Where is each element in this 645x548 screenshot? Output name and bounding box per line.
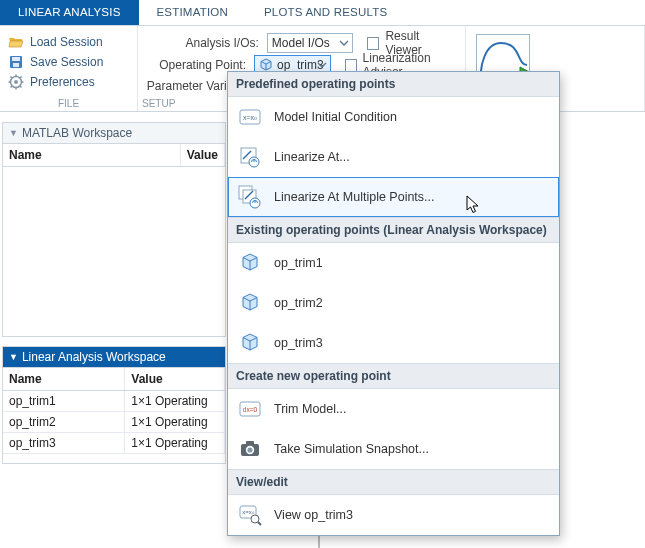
svg-text:x=x₀: x=x₀ [243, 114, 257, 121]
analysis-ios-label: Analysis I/Os: [146, 36, 263, 50]
menu-item-label: View op_trim3 [274, 508, 353, 522]
view-icon: x=x₀ [238, 503, 262, 527]
checkbox-icon [367, 37, 380, 50]
table-row[interactable]: op_trim11×1 Operating [3, 391, 225, 412]
mouse-cursor-icon [466, 195, 482, 215]
trim-model-icon: dx=0 [238, 397, 262, 421]
col-value[interactable]: Value [125, 368, 225, 391]
menu-linearize-at-multiple[interactable]: Linearize At Multiple Points... [228, 177, 559, 217]
menu-item-label: Model Initial Condition [274, 110, 397, 124]
load-session-label: Load Session [30, 35, 103, 49]
menu-linearize-at[interactable]: Linearize At... [228, 137, 559, 177]
menu-trim-model[interactable]: dx=0 Trim Model... [228, 389, 559, 429]
svg-point-30 [251, 515, 259, 523]
svg-line-10 [20, 86, 22, 88]
gear-icon [8, 74, 24, 90]
svg-line-9 [11, 77, 13, 79]
svg-line-11 [11, 86, 13, 88]
cube-icon [238, 291, 262, 315]
svg-rect-1 [12, 57, 20, 61]
save-icon [8, 54, 24, 70]
menu-item-label: op_trim3 [274, 336, 323, 350]
menu-item-label: Trim Model... [274, 402, 346, 416]
tab-linear-analysis[interactable]: LINEAR ANALYSIS [0, 0, 139, 25]
cube-icon [238, 251, 262, 275]
initial-condition-icon: x=x₀ [238, 105, 262, 129]
menu-item-label: op_trim1 [274, 256, 323, 270]
svg-line-12 [20, 77, 22, 79]
linearize-multiple-icon [238, 185, 262, 209]
linear-analysis-workspace-panel: ▼ Linear Analysis Workspace Name Value o… [2, 346, 226, 464]
svg-line-31 [258, 522, 261, 525]
camera-icon [238, 437, 262, 461]
collapse-icon: ▼ [9, 128, 18, 138]
chevron-down-icon [317, 59, 327, 71]
col-value[interactable]: Value [180, 144, 224, 167]
tab-plots-results[interactable]: PLOTS AND RESULTS [246, 0, 405, 25]
save-session-button[interactable]: Save Session [8, 52, 129, 72]
cube-icon [238, 331, 262, 355]
matlab-workspace-header[interactable]: ▼ MATLAB Workspace [3, 123, 225, 144]
menu-item-label: op_trim2 [274, 296, 323, 310]
folder-open-icon [8, 34, 24, 50]
save-session-label: Save Session [30, 55, 103, 69]
menu-op-trim2[interactable]: op_trim2 [228, 283, 559, 323]
analysis-ios-dropdown[interactable]: Model I/Os [267, 33, 353, 53]
section-existing: Existing operating points (Linear Analys… [228, 217, 559, 243]
section-create: Create new operating point [228, 363, 559, 389]
menu-op-trim1[interactable]: op_trim1 [228, 243, 559, 283]
col-name[interactable]: Name [3, 144, 180, 167]
toolstrip-tabs: LINEAR ANALYSIS ESTIMATION PLOTS AND RES… [0, 0, 645, 26]
matlab-workspace-table: Name Value [3, 144, 225, 167]
table-row[interactable]: op_trim31×1 Operating [3, 433, 225, 454]
matlab-workspace-title: MATLAB Workspace [22, 126, 132, 140]
menu-item-label: Linearize At Multiple Points... [274, 190, 435, 204]
operating-point-menu: Predefined operating points x=x₀ Model I… [227, 71, 560, 536]
menu-view-op[interactable]: x=x₀ View op_trim3 [228, 495, 559, 535]
group-label-file: FILE [0, 98, 137, 109]
section-view-edit: View/edit [228, 469, 559, 495]
checkbox-icon [345, 59, 356, 72]
collapse-icon: ▼ [9, 352, 18, 362]
linear-analysis-workspace-table: Name Value op_trim11×1 Operating op_trim… [3, 368, 225, 454]
svg-point-4 [14, 80, 18, 84]
linear-analysis-workspace-header[interactable]: ▼ Linear Analysis Workspace [3, 347, 225, 368]
linearize-icon [238, 145, 262, 169]
cube-icon [259, 58, 273, 72]
menu-item-label: Linearize At... [274, 150, 350, 164]
menu-model-initial-condition[interactable]: x=x₀ Model Initial Condition [228, 97, 559, 137]
section-predefined: Predefined operating points [228, 72, 559, 97]
svg-rect-25 [246, 441, 254, 445]
ribbon-group-file: Load Session Save Session Preferences FI… [0, 26, 138, 111]
preferences-button[interactable]: Preferences [8, 72, 129, 92]
chevron-down-icon [339, 37, 349, 49]
tab-estimation[interactable]: ESTIMATION [139, 0, 246, 25]
linear-analysis-workspace-title: Linear Analysis Workspace [22, 350, 166, 364]
menu-item-label: Take Simulation Snapshot... [274, 442, 429, 456]
svg-text:dx=0: dx=0 [243, 406, 258, 413]
menu-op-trim3[interactable]: op_trim3 [228, 323, 559, 363]
svg-text:x=x₀: x=x₀ [242, 509, 255, 515]
operating-point-label: Operating Point: [146, 58, 250, 72]
svg-rect-2 [13, 63, 19, 67]
preferences-label: Preferences [30, 75, 95, 89]
analysis-ios-value: Model I/Os [272, 36, 330, 50]
matlab-workspace-panel: ▼ MATLAB Workspace Name Value [2, 122, 226, 337]
table-row[interactable]: op_trim21×1 Operating [3, 412, 225, 433]
load-session-button[interactable]: Load Session [8, 32, 129, 52]
col-name[interactable]: Name [3, 368, 125, 391]
svg-point-27 [247, 447, 252, 452]
menu-simulation-snapshot[interactable]: Take Simulation Snapshot... [228, 429, 559, 469]
